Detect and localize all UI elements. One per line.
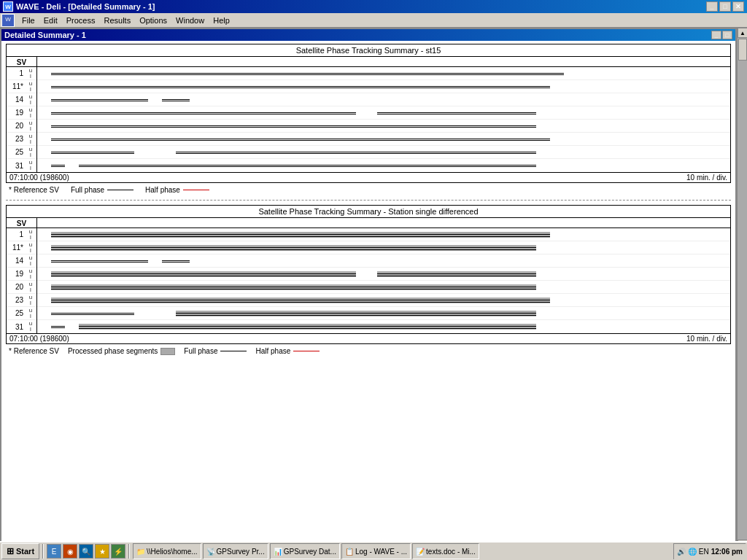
- chart2-sv-markers-25: ul: [25, 308, 36, 319]
- taskbar-btn-4-icon: 📋: [345, 548, 354, 556]
- ql-icon-2[interactable]: ◉: [63, 544, 77, 559]
- chart1-full-line-sv31-a: [51, 165, 65, 166]
- menu-results[interactable]: Results: [99, 15, 135, 26]
- chart2-full-line-sv31-a: [51, 326, 65, 327]
- close-button[interactable]: ✕: [732, 1, 744, 12]
- chart1-full-line-sv19-a: [51, 112, 356, 113]
- minimize-button[interactable]: _: [706, 1, 718, 12]
- chart1-sv-row-19: 19 ul: [7, 106, 36, 120]
- chart1-legend-half: Half phase: [145, 186, 209, 194]
- chart1-full-line-sv23-b: [51, 140, 550, 141]
- chart2-full-line-sv25-d: [176, 315, 536, 316]
- chart1-full-line-sv11-a: [51, 86, 550, 87]
- app-icon: W: [3, 1, 13, 12]
- chart1-track-sv25: [37, 146, 730, 159]
- taskbar-btn-1[interactable]: 📁 \\Helios\home...: [133, 543, 201, 559]
- chart1-sv-row-11: 11* ul: [7, 80, 36, 93]
- scroll-up-button[interactable]: ▲: [738, 28, 747, 38]
- chart1-sv-markers-31: ul: [25, 160, 36, 171]
- menu-edit[interactable]: Edit: [39, 15, 62, 26]
- taskbar-btn-1-icon: 📁: [136, 548, 145, 556]
- menu-window[interactable]: Window: [171, 15, 209, 26]
- scroll-track: [738, 38, 747, 540]
- title-bar-left: W WAVE - Deli - [Detailed Summary - 1]: [3, 1, 155, 12]
- chart2-full-line-sv31-c: [79, 326, 536, 327]
- content-scroll-area[interactable]: Satellite Phase Tracking Summary - st15 …: [1, 41, 735, 548]
- taskbar-btn-5-icon: 📝: [416, 548, 425, 556]
- chart2-legend-full: Full phase: [184, 347, 247, 355]
- chart1-sv-markers-11: ul: [25, 81, 36, 93]
- chart1-sv-row-1: 1 ul: [7, 67, 36, 80]
- chart1-sv-column: SV 1 ul 11* ul 14: [7, 57, 37, 172]
- chart2-sv-markers-23: ul: [25, 295, 36, 306]
- mdi-minimize-button[interactable]: _: [711, 31, 721, 39]
- chart1-track-header-spacer: [37, 57, 730, 67]
- taskbar: ⊞ Start E ◉ 🔍 ★ ⚡ 📁 \\Helios\home... 📡 G…: [0, 541, 747, 560]
- tray-icon-1: 🔊: [677, 548, 686, 556]
- chart2-full-line-sv14-d: [162, 262, 190, 262]
- chart1-sv-row-20: 20 ul: [7, 120, 36, 133]
- taskbar-btn-5[interactable]: 📝 texts.doc - Mi...: [412, 543, 479, 559]
- chart1-sv-num-14: 14: [7, 96, 25, 104]
- chart2-sv-row-25: 25 ul: [7, 307, 36, 320]
- chart2-title: Satellite Phase Tracking Summary - Stati…: [7, 206, 730, 218]
- menu-process[interactable]: Process: [62, 15, 100, 26]
- start-icon: ⊞: [7, 546, 14, 556]
- start-label: Start: [16, 547, 34, 556]
- chart2-full-line-sv11-b: [51, 249, 536, 250]
- title-bar: W WAVE - Deli - [Detailed Summary - 1] _…: [0, 0, 747, 13]
- chart1-track-sv23: [37, 133, 730, 146]
- taskbar-divider-1: [42, 544, 44, 559]
- chart2-sv-num-25: 25: [7, 309, 25, 317]
- taskbar-btn-3[interactable]: 📊 GPSurvey Dat...: [270, 543, 340, 559]
- chart2-sv-num-1: 1: [7, 230, 25, 238]
- scroll-thumb[interactable]: [738, 39, 747, 61]
- taskbar-btn-2[interactable]: 📡 GPSurvey Pr...: [203, 543, 268, 559]
- chart1-full-line-sv19-d: [377, 114, 537, 114]
- chart1-sv-row-31: 31 ul: [7, 159, 36, 172]
- chart2-sv-num-20: 20: [7, 283, 25, 291]
- chart2-track-sv11: [37, 241, 730, 254]
- ql-icon-5[interactable]: ⚡: [111, 544, 125, 559]
- chart2-sv-markers-14: ul: [25, 255, 36, 267]
- mdi-child-title-text: Detailed Summary - 1: [4, 31, 86, 39]
- chart1-sv-markers-1: ul: [25, 68, 36, 79]
- main-window: W WAVE - Deli - [Detailed Summary - 1] _…: [0, 0, 747, 560]
- chart2-full-line-sv31-d: [79, 328, 536, 329]
- chart2-sv-num-11: 11*: [7, 244, 25, 252]
- taskbar-btn-5-label: texts.doc - Mi...: [426, 548, 476, 556]
- chart2-full-line-sv31-b: [51, 327, 65, 328]
- maximize-button[interactable]: □: [719, 1, 731, 12]
- start-button[interactable]: ⊞ Start: [1, 543, 39, 559]
- chart2-full-line-sv23-b: [51, 302, 550, 303]
- chart2-body: SV 1 ul 11* ul 14 ul: [7, 218, 730, 333]
- chart1-sv-num-1: 1: [7, 69, 25, 77]
- chart2-legend-ref: * Reference SV: [9, 347, 59, 355]
- chart1-sv-markers-23: ul: [25, 133, 36, 145]
- chart2-full-line-sv1-a: [51, 234, 550, 235]
- taskbar-btn-4[interactable]: 📋 Log - WAVE - ...: [341, 543, 411, 559]
- chart2-sv-markers-1: ul: [25, 229, 36, 241]
- ql-icon-1[interactable]: E: [47, 544, 61, 559]
- chart1-legend-full-label: Full phase: [71, 186, 104, 194]
- chart2-full-line-sv19-b: [51, 276, 356, 276]
- chart1-time-div: 10 min. / div.: [686, 174, 727, 182]
- chart2-track-sv19: [37, 268, 730, 281]
- chart1-sv-markers-25: ul: [25, 147, 36, 158]
- chart1-sv-markers-19: ul: [25, 107, 36, 119]
- chart2-sv-column: SV 1 ul 11* ul 14 ul: [7, 218, 37, 333]
- chart2-full-line-sv25-a: [51, 313, 134, 314]
- chart1-title: Satellite Phase Tracking Summary - st15: [7, 44, 730, 57]
- chart2-sv-row-19: 19 ul: [7, 268, 36, 281]
- chart1-sv-num-25: 25: [7, 148, 25, 156]
- menu-help[interactable]: Help: [209, 15, 234, 26]
- menu-options[interactable]: Options: [135, 15, 171, 26]
- chart1-legend-half-label: Half phase: [145, 186, 180, 194]
- mdi-maximize-button[interactable]: □: [722, 31, 732, 39]
- taskbar-btn-3-icon: 📊: [274, 548, 282, 556]
- ql-icon-3[interactable]: 🔍: [79, 544, 93, 559]
- ql-icon-4[interactable]: ★: [95, 544, 109, 559]
- v-scrollbar[interactable]: ▲ ▼: [737, 28, 747, 550]
- chart2-full-line-sv25-c: [176, 313, 536, 314]
- menu-file[interactable]: File: [18, 15, 39, 26]
